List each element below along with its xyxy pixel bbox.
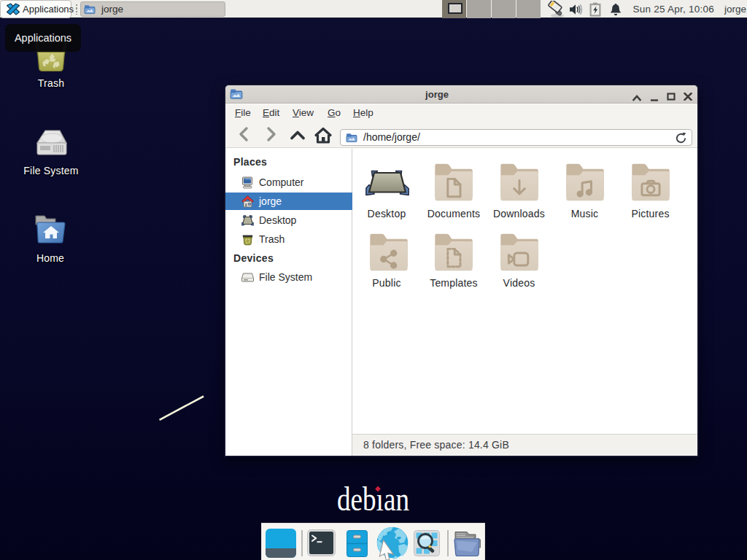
svg-text:debıan: debıan [337, 481, 409, 518]
